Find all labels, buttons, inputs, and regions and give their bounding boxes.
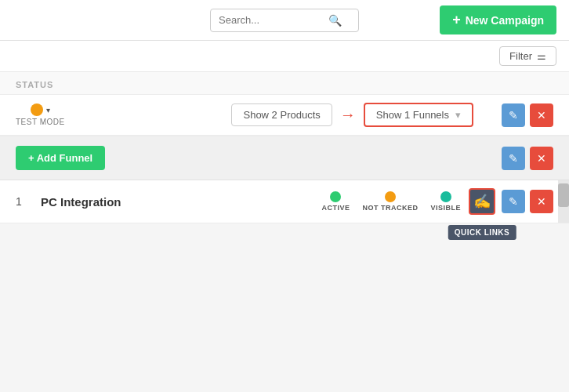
funnel-section-actions: ✎ ✕	[502, 147, 553, 170]
funnel-delete-button[interactable]: ✕	[530, 147, 553, 170]
show-funnels-label: Show 1 Funnels	[376, 109, 449, 121]
integration-delete-button[interactable]: ✕	[530, 190, 553, 213]
search-container[interactable]: 🔍	[210, 9, 359, 32]
visible-label: VISIBLE	[430, 204, 461, 212]
top-bar: 🔍 + New Campaign	[0, 0, 569, 41]
integration-row: 1 PC Integration ACTIVE NOT TRACKED VISI…	[0, 180, 569, 223]
quick-links-container: ✍ QUICK LINKS	[469, 188, 495, 215]
scroll-thumb	[558, 183, 569, 207]
add-funnel-label: + Add Funnel	[28, 152, 92, 164]
not-tracked-label: NOT TRACKED	[362, 204, 418, 212]
filter-lines-icon: ⚌	[537, 50, 546, 62]
search-icon: 🔍	[328, 14, 342, 27]
filter-button[interactable]: Filter ⚌	[499, 46, 556, 66]
funnel-edit-button[interactable]: ✎	[502, 147, 525, 170]
show-products-label: Show 2 Products	[243, 109, 320, 121]
integration-row-actions: ✎ ✕	[502, 190, 553, 213]
quick-links-button[interactable]: ✍	[469, 188, 495, 215]
integration-delete-icon: ✕	[537, 195, 546, 208]
status-label: TEST MODE	[16, 118, 65, 126]
visible-badge: VISIBLE	[430, 191, 461, 212]
show-products-button[interactable]: Show 2 Products	[231, 103, 332, 126]
funnel-edit-icon: ✎	[509, 152, 518, 165]
visible-dot	[440, 191, 451, 202]
campaign-edit-delete-actions: ✎ ✕	[502, 103, 553, 127]
funnels-chevron-icon: ▾	[455, 109, 461, 121]
status-header-label: STATUS	[16, 80, 53, 89]
filter-row: Filter ⚌	[0, 41, 569, 72]
integration-number: 1	[16, 195, 28, 208]
edit-icon: ✎	[509, 109, 518, 122]
add-funnel-button[interactable]: + Add Funnel	[16, 146, 105, 170]
delete-icon: ✕	[537, 109, 546, 122]
scroll-indicator[interactable]	[558, 180, 569, 223]
arrow-right-icon: →	[340, 106, 356, 124]
funnel-delete-icon: ✕	[537, 152, 546, 165]
active-dot	[330, 191, 341, 202]
show-funnels-dropdown[interactable]: Show 1 Funnels ▾	[364, 103, 473, 127]
status-chevron-icon[interactable]: ▾	[46, 106, 50, 114]
integration-edit-button[interactable]: ✎	[502, 190, 525, 213]
status-badges: ACTIVE NOT TRACKED VISIBLE	[321, 191, 461, 212]
new-campaign-button[interactable]: + New Campaign	[440, 5, 556, 34]
quick-links-icon: ✍	[473, 193, 491, 210]
search-input[interactable]	[219, 14, 328, 26]
not-tracked-dot	[385, 191, 396, 202]
funnel-section: + Add Funnel ✎ ✕	[0, 136, 569, 180]
quick-links-tooltip: QUICK LINKS	[448, 225, 516, 240]
plus-icon: +	[452, 12, 461, 28]
campaign-row-wrapper: ▾ TEST MODE Show 2 Products → Show 1 Fun…	[0, 95, 569, 136]
new-campaign-label: New Campaign	[466, 14, 544, 27]
status-header: STATUS	[0, 72, 569, 95]
campaign-edit-button[interactable]: ✎	[502, 103, 525, 127]
active-badge: ACTIVE	[321, 191, 350, 212]
filter-label: Filter	[509, 50, 532, 62]
integration-title: PC Integration	[41, 195, 321, 209]
campaign-delete-button[interactable]: ✕	[530, 103, 553, 127]
controls-row: Show 2 Products → Show 1 Funnels ▾	[231, 103, 473, 127]
integration-edit-icon: ✎	[509, 195, 518, 208]
status-indicator[interactable]: ▾ TEST MODE	[16, 103, 65, 126]
status-dot	[31, 103, 43, 116]
active-label: ACTIVE	[321, 204, 350, 212]
campaign-row: ▾ TEST MODE Show 2 Products → Show 1 Fun…	[0, 95, 569, 136]
not-tracked-badge: NOT TRACKED	[362, 191, 418, 212]
